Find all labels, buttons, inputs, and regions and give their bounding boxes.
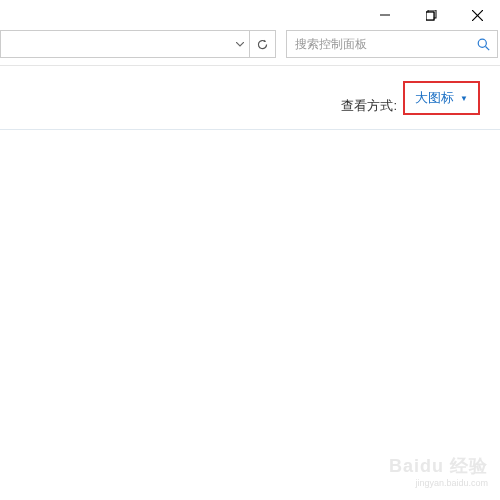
search-box bbox=[286, 30, 498, 58]
minimize-button[interactable] bbox=[362, 0, 408, 30]
svg-point-7 bbox=[478, 39, 486, 47]
watermark-brand: Baidu 经验 bbox=[389, 455, 488, 478]
view-mode-dropdown[interactable]: 大图标 ▼ bbox=[403, 81, 480, 115]
view-mode-bar: 查看方式: 大图标 ▼ bbox=[0, 66, 500, 130]
view-mode-value: 大图标 bbox=[415, 89, 454, 107]
watermark: Baidu 经验 jingyan.baidu.com bbox=[389, 455, 488, 490]
chevron-down-icon[interactable] bbox=[231, 31, 249, 57]
search-input[interactable] bbox=[287, 31, 469, 57]
toolbar bbox=[0, 30, 500, 66]
window-titlebar bbox=[0, 0, 500, 30]
address-content[interactable] bbox=[1, 31, 231, 57]
watermark-url: jingyan.baidu.com bbox=[389, 478, 488, 490]
address-bar[interactable] bbox=[0, 30, 276, 58]
refresh-button[interactable] bbox=[249, 31, 275, 57]
close-button[interactable] bbox=[454, 0, 500, 30]
view-mode-label: 查看方式: bbox=[341, 97, 397, 115]
svg-line-8 bbox=[485, 46, 489, 50]
maximize-button[interactable] bbox=[408, 0, 454, 30]
caret-down-icon: ▼ bbox=[460, 94, 468, 103]
search-icon[interactable] bbox=[469, 31, 497, 57]
svg-rect-3 bbox=[426, 12, 433, 19]
